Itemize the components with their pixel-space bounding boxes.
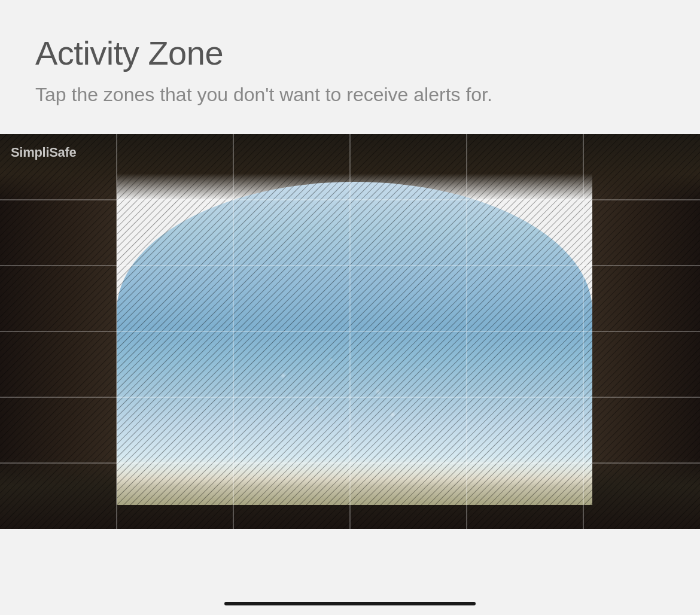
grid-overlay bbox=[0, 134, 700, 529]
page-subtitle: Tap the zones that you don't want to rec… bbox=[35, 84, 492, 106]
page-title: Activity Zone bbox=[35, 34, 223, 72]
home-indicator bbox=[224, 602, 476, 605]
simplisafe-logo: SimpliSafe bbox=[11, 145, 76, 160]
camera-view[interactable]: SimpliSafe bbox=[0, 134, 700, 529]
